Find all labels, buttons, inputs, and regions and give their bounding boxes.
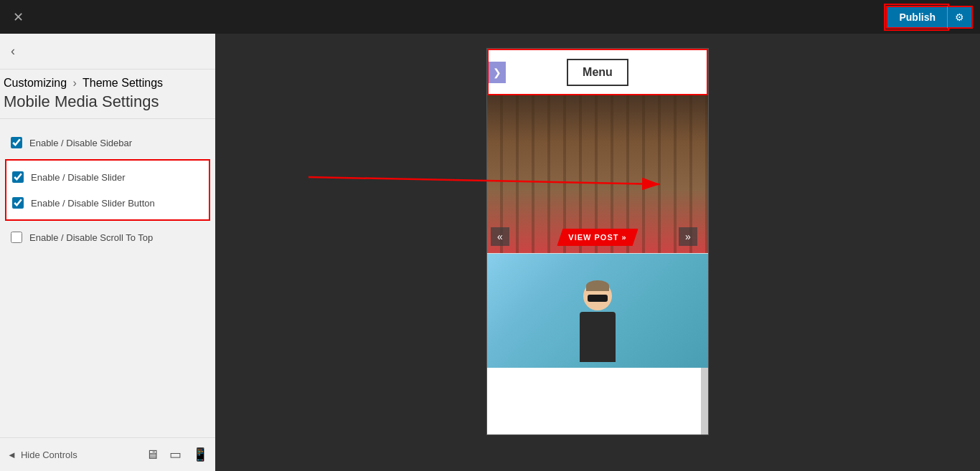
label-enable-sidebar[interactable]: Enable / Disable Sidebar <box>29 138 132 148</box>
checkbox-enable-slider-button[interactable] <box>12 197 24 209</box>
label-enable-slider[interactable]: Enable / Disable Slider <box>31 172 126 183</box>
slider-left-nav: ❯ <box>489 62 506 83</box>
view-post-button[interactable]: VIEW POST » <box>557 229 638 246</box>
person-glasses <box>588 295 608 302</box>
person-body <box>580 312 616 362</box>
person-silhouette <box>569 282 626 368</box>
desktop-icon: 🖥 <box>146 447 159 462</box>
label-enable-scroll-top[interactable]: Enable / Disable Scroll To Top <box>29 232 153 243</box>
breadcrumb-separator: › <box>72 77 76 89</box>
mobile-icon: 📱 <box>192 447 208 462</box>
breadcrumb-part1: Customizing <box>4 77 67 89</box>
close-button[interactable]: ✕ <box>7 8 29 27</box>
tablet-icon: ▭ <box>169 447 182 462</box>
hide-controls-label: Hide Controls <box>21 449 77 460</box>
phone-preview: ❯ Menu VIEW POST » « » <box>486 48 709 435</box>
back-button[interactable]: ‹ <box>11 41 21 62</box>
label-enable-slider-button[interactable]: Enable / Disable Slider Button <box>31 198 155 209</box>
option-enable-sidebar: Enable / Disable Sidebar <box>11 130 204 156</box>
option-enable-scroll-top: Enable / Disable Scroll To Top <box>11 224 204 250</box>
mobile-view-button[interactable]: 📱 <box>192 447 208 462</box>
second-image-area <box>487 253 708 368</box>
main-layout: ‹ Customizing › Theme Settings Mobile Me… <box>0 34 980 471</box>
view-icons: 🖥 ▭ 📱 <box>146 447 208 462</box>
sidebar-footer: ◄ Hide Controls 🖥 ▭ 📱 <box>0 437 215 471</box>
hide-controls-icon: ◄ <box>7 449 17 460</box>
tablet-view-button[interactable]: ▭ <box>169 447 182 462</box>
breadcrumb: Customizing › Theme Settings <box>4 77 204 90</box>
gear-button[interactable]: ⚙ <box>947 6 973 29</box>
preview-area: ❯ Menu VIEW POST » « » <box>215 34 980 471</box>
preview-menu-bar: ❯ Menu <box>487 49 708 95</box>
menu-button[interactable]: Menu <box>567 59 628 86</box>
page-title: Mobile Media Settings <box>4 92 204 111</box>
option-enable-slider-button: Enable / Disable Slider Button <box>12 190 203 216</box>
sidebar-nav: ‹ <box>0 34 215 70</box>
slider-image-area: VIEW POST » « » <box>487 95 708 253</box>
hide-controls-button[interactable]: ◄ Hide Controls <box>7 449 77 460</box>
person-hair <box>586 280 609 291</box>
highlighted-section: Enable / Disable Slider Enable / Disable… <box>5 159 210 221</box>
breadcrumb-area: Customizing › Theme Settings Mobile Medi… <box>0 70 215 119</box>
sidebar-content: Enable / Disable Sidebar Enable / Disabl… <box>0 119 215 437</box>
desktop-view-button[interactable]: 🖥 <box>146 447 159 462</box>
slider-prev-button[interactable]: « <box>491 227 509 246</box>
option-enable-slider: Enable / Disable Slider <box>12 164 203 190</box>
person-head <box>583 282 612 310</box>
publish-button[interactable]: Publish <box>886 6 947 29</box>
checkbox-enable-sidebar[interactable] <box>11 137 22 148</box>
breadcrumb-part2: Theme Settings <box>83 77 163 89</box>
top-bar: ✕ Publish ⚙ <box>0 0 980 34</box>
checkbox-enable-slider[interactable] <box>12 171 24 183</box>
sidebar: ‹ Customizing › Theme Settings Mobile Me… <box>0 34 215 471</box>
slider-next-button[interactable]: » <box>679 227 697 246</box>
publish-area: Publish ⚙ <box>886 6 973 29</box>
checkbox-enable-scroll-top[interactable] <box>11 232 22 243</box>
